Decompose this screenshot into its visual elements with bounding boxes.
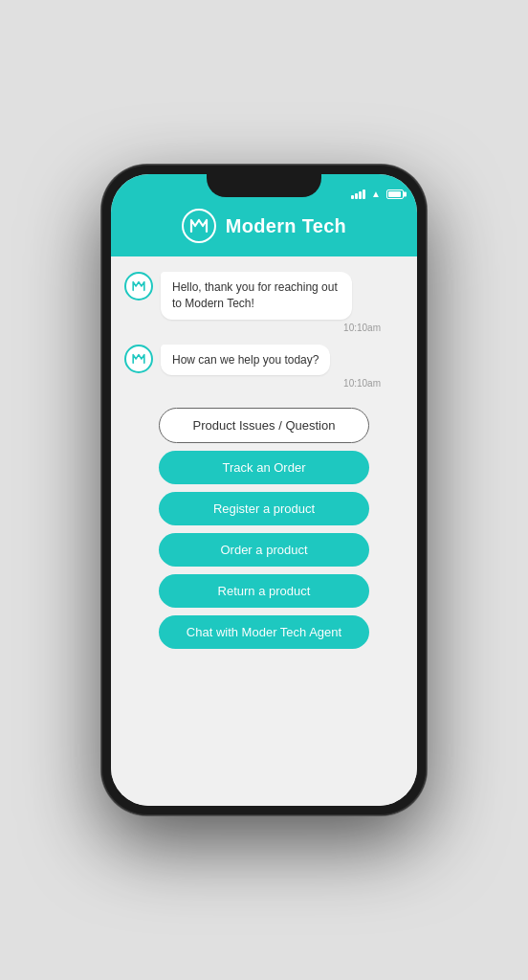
quick-reply-track-order[interactable]: Track an Order (159, 451, 369, 484)
phone-notch (207, 174, 321, 197)
quick-reply-chat-agent[interactable]: Chat with Moder Tech Agent (159, 615, 369, 649)
app-logo (182, 209, 216, 243)
quick-reply-product-issues[interactable]: Product Issues / Question (159, 408, 369, 443)
message-row: How can we help you today? 10:10am (124, 345, 404, 390)
app-header: Modern Tech (111, 201, 417, 256)
bot-avatar (124, 345, 153, 373)
quick-reply-order-product[interactable]: Order a product (159, 533, 369, 567)
message-content: Hello, thank you for reaching out to Mod… (161, 272, 404, 333)
message-content: How can we help you today? 10:10am (161, 345, 404, 390)
status-icons: ▲ (351, 189, 404, 199)
app-title: Modern Tech (226, 215, 346, 237)
message-time: 10:10am (161, 323, 381, 333)
wifi-icon: ▲ (371, 189, 381, 199)
quick-replies: Product Issues / Question Track an Order… (124, 400, 404, 653)
signal-icon (351, 189, 365, 199)
quick-reply-register-product[interactable]: Register a product (159, 492, 369, 525)
chat-area: Hello, thank you for reaching out to Mod… (111, 256, 417, 806)
battery-icon (386, 189, 404, 199)
bot-avatar (124, 272, 153, 301)
message-bubble: Hello, thank you for reaching out to Mod… (161, 272, 352, 320)
message-bubble: How can we help you today? (161, 345, 330, 376)
quick-reply-return-product[interactable]: Return a product (159, 574, 369, 608)
message-row: Hello, thank you for reaching out to Mod… (124, 272, 404, 333)
phone-frame: ▲ Modern Tech He (101, 165, 427, 815)
phone-screen: ▲ Modern Tech He (111, 174, 417, 806)
message-time: 10:10am (161, 378, 381, 389)
